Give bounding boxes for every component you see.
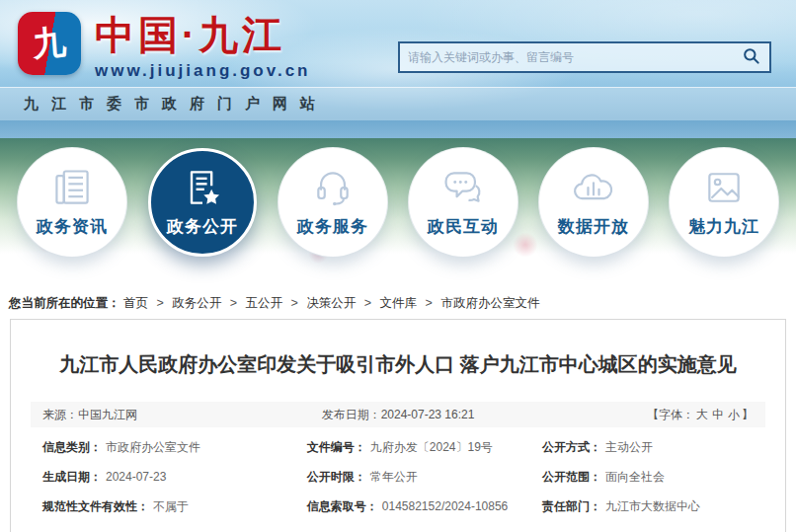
picture-icon — [702, 167, 746, 208]
search-button[interactable] — [742, 46, 761, 69]
nav-label: 政务公开 — [167, 215, 238, 238]
breadcrumb-item-zhengwu-gongkai[interactable]: 政务公开 — [172, 296, 221, 310]
site-subtitle: 九江市委市政府门户网站 — [24, 95, 328, 114]
info-cell-doc-number: 文件编号：九府办发〔2024〕19号 — [295, 439, 530, 456]
nav-label: 政民互动 — [428, 215, 499, 238]
chat-bubbles-icon — [441, 167, 485, 208]
breadcrumb-separator: > — [230, 296, 237, 310]
document-card: 九江市人民政府办公室印发关于吸引市外人口 落户九江市中心城区的实施意见 来源：中… — [10, 319, 786, 532]
document-date: 发布日期：2024-07-23 16:21 — [322, 407, 475, 423]
breadcrumb-item-wugongkai[interactable]: 五公开 — [246, 296, 283, 310]
headset-icon — [311, 167, 355, 208]
info-cell-category: 信息类别：市政府办公室文件 — [31, 439, 295, 456]
font-size-medium-button[interactable]: 中 — [712, 408, 724, 421]
site-url: www.jiujiang.gov.cn — [95, 61, 311, 81]
main-nav: 政务资讯 政务公开 政务服务 — [0, 148, 796, 257]
search-icon — [742, 46, 761, 69]
breadcrumb: 您当前所在的位置： 首页 > 政务公开 > 五公开 > 决策公开 > 文件库 >… — [0, 286, 796, 314]
main-nav-band: 政务资讯 政务公开 政务服务 — [0, 138, 796, 286]
breadcrumb-separator: > — [156, 296, 163, 310]
info-cell-create-date: 生成日期：2024-07-23 — [31, 469, 295, 486]
info-cell-open-period: 公开时限：常年公开 — [295, 469, 530, 486]
nav-label: 政务资讯 — [37, 215, 108, 238]
search-input[interactable] — [408, 50, 742, 64]
nav-item-shuju-kaifang[interactable]: 数据开放 — [539, 148, 648, 257]
info-cell-normative-validity: 规范性文件有效性：不属于 — [31, 498, 295, 515]
info-cell-responsible-dept: 责任部门：九江市大数据中心 — [530, 498, 765, 515]
breadcrumb-separator: > — [291, 296, 298, 310]
nav-item-meili-jiujiang[interactable]: 魅力九江 — [670, 148, 778, 257]
nav-item-zhengwu-gongkai-active[interactable]: 政务公开 — [148, 148, 257, 257]
document-star-icon — [181, 167, 224, 208]
breadcrumb-item-wenjianku[interactable]: 文件库 — [380, 296, 418, 310]
nav-label: 魅力九江 — [688, 215, 759, 238]
document-meta-bar: 来源：中国九江网 发布日期：2024-07-23 16:21 【字体：大中小】 — [31, 402, 765, 427]
table-row: 生成日期：2024-07-23 公开时限：常年公开 公开范围：面向全社会 — [31, 463, 765, 493]
document-source: 来源：中国九江网 — [42, 407, 322, 423]
breadcrumb-item-juece-gongkai[interactable]: 决策公开 — [306, 296, 356, 310]
table-row: 信息类别：市政府办公室文件 文件编号：九府办发〔2024〕19号 公开方式：主动… — [31, 433, 765, 463]
font-size-widget: 【字体：大中小】 — [474, 407, 754, 423]
search-box — [398, 41, 771, 73]
breadcrumb-label: 您当前所在的位置： — [9, 296, 120, 310]
nav-item-zhengwu-fuwu[interactable]: 政务服务 — [279, 148, 387, 257]
nav-label: 政务服务 — [297, 215, 368, 238]
nav-label: 数据开放 — [558, 215, 629, 238]
date-label: 发布日期： — [322, 408, 381, 421]
info-cell-open-scope: 公开范围：面向全社会 — [530, 469, 765, 486]
font-size-small-button[interactable]: 小 — [728, 408, 740, 421]
data-cloud-icon — [571, 167, 616, 208]
site-title: 中国·九江 — [95, 10, 311, 59]
breadcrumb-item-current: 市政府办公室文件 — [440, 296, 539, 310]
source-label: 来源： — [42, 408, 78, 421]
site-subtitle-strip: 九江市委市政府门户网站 — [0, 87, 796, 120]
breadcrumb-separator: > — [364, 296, 371, 310]
document-title: 九江市人民政府办公室印发关于吸引市外人口 落户九江市中心城区的实施意见 — [50, 351, 746, 378]
font-widget-prefix: 【字体： — [647, 408, 694, 421]
info-cell-index-number: 信息索取号：014582152/2024-10856 — [295, 498, 530, 515]
info-cell-open-mode: 公开方式：主动公开 — [530, 439, 765, 456]
newspaper-icon — [50, 167, 94, 208]
logo-glyph: 九 — [32, 19, 68, 69]
nav-item-zhengwu-zixun[interactable]: 政务资讯 — [18, 148, 126, 257]
breadcrumb-item-home[interactable]: 首页 — [123, 296, 148, 310]
source-value: 中国九江网 — [78, 408, 137, 421]
breadcrumb-separator: > — [426, 296, 433, 310]
date-value: 2024-07-23 16:21 — [381, 408, 475, 421]
nav-item-zhengmin-hudong[interactable]: 政民互动 — [409, 148, 517, 257]
site-logo[interactable]: 九 — [18, 12, 81, 75]
site-brand: 中国·九江 www.jiujiang.gov.cn — [95, 10, 311, 81]
document-info-table: 信息类别：市政府办公室文件 文件编号：九府办发〔2024〕19号 公开方式：主动… — [31, 433, 765, 522]
font-widget-suffix: 】 — [742, 408, 754, 421]
site-header: 九 中国·九江 www.jiujiang.gov.cn 九江市委市政府门户网站 — [0, 0, 796, 138]
font-size-large-button[interactable]: 大 — [696, 408, 708, 421]
table-row: 规范性文件有效性：不属于 信息索取号：014582152/2024-10856 … — [31, 493, 765, 522]
